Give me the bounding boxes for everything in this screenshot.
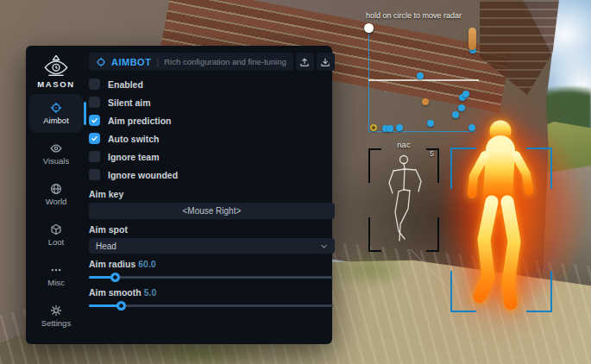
bracket-corner	[368, 148, 381, 183]
download-icon	[320, 57, 330, 67]
sidebar-item-loot[interactable]: Loot	[29, 216, 83, 254]
sidebar-item-label: Loot	[48, 237, 65, 247]
slider-list: Aim radius60.0Aim smooth5.0	[89, 254, 335, 311]
radar-tooltip: hold on circle to move radar	[366, 11, 462, 20]
sidebar: MASON AimbotVisualsWorldLootMiscSettings	[26, 46, 86, 344]
radar	[366, 24, 478, 134]
bracket-corner	[450, 147, 476, 189]
sidebar-nav: AimbotVisualsWorldLootMiscSettings	[29, 94, 83, 337]
toggle-row-aim-prediction[interactable]: Aim prediction	[89, 111, 335, 129]
export-config-button[interactable]	[296, 53, 314, 71]
panel-title-bar: AIMBOT | Rich configuration and fine-tun…	[89, 53, 293, 71]
panel-subtitle: Rich configuration and fine-tuning	[164, 57, 286, 66]
gear-icon	[50, 304, 62, 317]
checkbox[interactable]	[89, 151, 100, 162]
checkbox[interactable]	[89, 115, 100, 126]
mason-logo-icon	[43, 54, 69, 77]
toggle-label: Aim prediction	[108, 116, 172, 126]
toggle-row-auto-switch[interactable]: Auto switch	[89, 129, 335, 147]
cheat-menu: MASON AimbotVisualsWorldLootMiscSettings…	[26, 46, 332, 344]
checkbox[interactable]	[89, 97, 100, 108]
toggle-row-silent-aim[interactable]: Silent aim	[89, 93, 335, 111]
aim-radius-slider[interactable]	[89, 273, 335, 282]
sidebar-item-aimbot[interactable]: Aimbot	[29, 94, 83, 133]
skeleton-bracket	[368, 148, 439, 252]
toggle-row-enabled[interactable]: Enabled	[89, 75, 335, 93]
aimbot-panel: AIMBOT | Rich configuration and fine-tun…	[86, 46, 342, 344]
target-bracket	[450, 147, 552, 312]
bracket-corner	[526, 271, 552, 312]
sidebar-item-label: Aimbot	[43, 116, 69, 125]
aim-spot-select[interactable]: Head	[89, 238, 335, 254]
slider-thumb[interactable]	[116, 301, 126, 311]
radar-entity-dot	[396, 124, 403, 131]
toggle-label: Silent aim	[108, 97, 151, 108]
globe-icon	[50, 183, 62, 195]
ellipsis-icon	[50, 264, 62, 276]
radar-axis-line	[368, 79, 479, 81]
crosshair-icon	[96, 57, 106, 67]
toggle-label: Ignore wounded	[108, 170, 178, 180]
bracket-corner	[450, 271, 476, 312]
radar-entity-dot	[370, 124, 377, 131]
radar-entity-dot	[427, 120, 434, 127]
toggle-row-ignore-team[interactable]: Ignore team	[89, 147, 335, 166]
chevron-down-icon	[320, 242, 328, 250]
radar-entity-dot	[422, 98, 429, 105]
sidebar-item-label: World	[46, 197, 67, 206]
radar-entity-dot	[468, 124, 475, 131]
moss-patch	[129, 341, 267, 364]
sidebar-item-label: Misc	[47, 278, 65, 287]
radar-entity-dot	[417, 72, 424, 79]
radar-move-handle[interactable]	[364, 23, 374, 33]
eye-icon	[50, 142, 62, 154]
game-screen: nac 5 hold on circle to move radar	[0, 0, 591, 364]
upload-icon	[299, 57, 310, 67]
aim-smooth-value: 5.0	[144, 287, 157, 298]
checkbox[interactable]	[89, 169, 100, 180]
toggle-row-ignore-wounded[interactable]: Ignore wounded	[89, 166, 335, 184]
brand-name: MASON	[37, 79, 74, 89]
toggle-label: Enabled	[108, 79, 143, 90]
toggle-label: Ignore team	[108, 152, 160, 162]
title-divider: |	[156, 57, 159, 67]
toggle-label: Auto switch	[108, 134, 160, 144]
sidebar-item-label: Visuals	[43, 156, 69, 166]
aim-spot-label: Aim spot	[89, 224, 335, 235]
radar-entity-dot	[462, 91, 469, 97]
cube-icon	[50, 223, 62, 235]
radar-entity-dot	[452, 111, 459, 118]
slider-thumb[interactable]	[110, 273, 120, 282]
toggle-list: EnabledSilent aimAim predictionAuto swit…	[89, 75, 335, 184]
radar-entity-bar	[468, 28, 476, 50]
sidebar-item-settings[interactable]: Settings	[29, 297, 83, 336]
bracket-corner	[526, 147, 552, 189]
aim-smooth-slider[interactable]	[89, 301, 335, 311]
slider-track[interactable]	[89, 276, 333, 279]
sidebar-item-label: Settings	[41, 318, 71, 328]
aim-radius-value: 60.0	[138, 259, 155, 269]
bracket-corner	[426, 217, 439, 252]
aim-smooth-label: Aim smooth5.0	[89, 287, 335, 298]
aim-radius-label: Aim radius60.0	[89, 259, 335, 269]
crosshair-icon	[50, 102, 62, 114]
esp-distance: 5	[430, 149, 434, 158]
panel-title: AIMBOT	[111, 57, 151, 67]
bracket-corner	[368, 217, 381, 252]
radar-entity-dot	[387, 125, 393, 132]
import-config-button[interactable]	[317, 53, 335, 71]
aim-spot-value: Head	[96, 242, 116, 251]
radar-entity-dot	[458, 104, 465, 111]
sidebar-item-world[interactable]: World	[29, 175, 83, 214]
sidebar-item-visuals[interactable]: Visuals	[29, 135, 83, 173]
aim-key-label: Aim key	[89, 189, 335, 199]
checkbox[interactable]	[89, 133, 100, 144]
sidebar-item-misc[interactable]: Misc	[29, 256, 83, 295]
panel-header: AIMBOT | Rich configuration and fine-tun…	[89, 53, 335, 71]
checkbox[interactable]	[89, 78, 100, 90]
moss-patch	[332, 250, 410, 289]
aim-key-button[interactable]: <Mouse Right>	[89, 203, 335, 219]
